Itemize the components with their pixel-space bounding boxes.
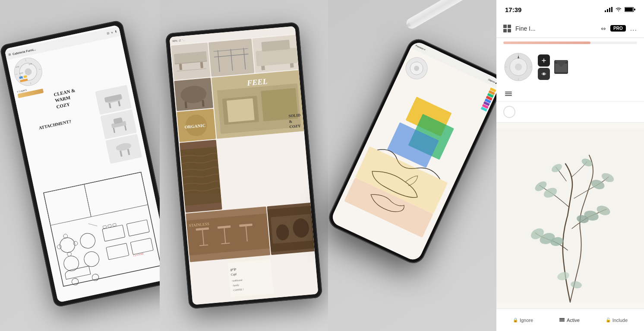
svg-rect-26 [84,172,148,216]
nav-bar: Fine I... ⇔ PRO ... [496,19,644,38]
svg-rect-15 [108,103,111,108]
svg-rect-37 [102,225,125,241]
svg-line-51 [218,50,220,72]
floor-plan: CUSTOM [38,165,167,293]
mood-cell-right-col [180,140,222,213]
bottom-bar: 🔒 Ignore Active 🔓 Include [496,309,644,331]
ipad-screen-2: 98% -ℤ ⁻... [169,26,318,305]
progress-bar-outer [503,41,637,44]
svg-rect-68 [227,98,255,122]
drawing-content: Precision ≡ Objects ◆ [330,40,502,262]
status-time: 17:39 [505,6,521,13]
circle-selector-button[interactable] [503,106,515,118]
sketch-wheel[interactable]: -0.42 0.42 100% [10,54,46,90]
svg-rect-49 [200,62,203,68]
svg-rect-103 [607,9,608,12]
svg-rect-107 [625,8,633,11]
grid-icon[interactable] [503,25,511,32]
svg-rect-25 [44,184,91,225]
mood-cell-chair-line [208,38,255,76]
chair-photo-3 [105,134,142,164]
color-palette [481,87,496,111]
sketch-text-clean: CLEAN & WARM COZY [53,87,78,110]
sketch-attachment-text: ATTACHMENT? [38,119,72,130]
thumbnail [554,60,568,74]
panel-ipad-sketch: ⊞ Cafeteria Furni... ⊟ ≡ ⬆ [0,0,160,331]
mood-cell-furniture [171,42,211,80]
cozy-text: COZY [289,123,302,130]
svg-rect-134 [559,318,565,319]
menu-line-3 [505,95,512,96]
svg-point-27 [59,236,76,254]
svg-rect-136 [559,321,565,321]
svg-rect-108 [634,9,635,10]
control-btn-1[interactable] [538,54,550,67]
menu-line-2 [505,93,512,94]
svg-rect-105 [611,7,612,12]
more-options-icon[interactable]: ... [630,25,637,32]
grid-cell-1 [503,25,507,28]
svg-text:FEEL: FEEL [246,77,268,87]
mood-cell-top [252,35,300,73]
wheel-svg: -0.42 0.42 100% [10,54,46,90]
tool-controls [538,54,550,80]
signal-icon [605,7,612,12]
sketch-title: Cafeteria Furni... [12,48,36,55]
svg-rect-19 [113,127,115,133]
svg-rect-88 [228,259,274,297]
svg-rect-20 [124,125,126,130]
pro-badge[interactable]: PRO [610,25,626,32]
include-label: Include [612,318,628,323]
svg-rect-119 [496,129,644,302]
resize-icon[interactable]: ⇔ [601,25,606,32]
lock-open-icon: 🔓 [606,318,611,322]
ipad-frame-2: 98% -ℤ ⁻... [165,22,323,309]
tool-wheel[interactable] [503,52,534,82]
main-canvas[interactable] [496,123,644,309]
nav-title: Fine I... [515,25,597,32]
layers-icon [559,316,565,324]
svg-rect-16 [117,101,120,106]
active-label: Active [567,318,580,323]
share-icon[interactable]: ⬆ [114,30,118,34]
eucalyptus-illustration [496,123,644,309]
svg-line-52 [230,49,232,71]
panel-iphone-app-ui: 17:39 [496,0,644,331]
hamburger-menu[interactable] [503,90,637,98]
svg-line-53 [243,48,245,70]
svg-rect-48 [179,64,182,70]
svg-rect-58 [261,66,265,70]
svg-rect-102 [605,10,606,12]
progress-area [496,38,644,48]
status-bar: 17:39 [496,0,644,19]
pencil-tip [403,22,411,30]
mood-cell-bottom1 [267,203,316,255]
control-icon-2 [541,71,547,77]
svg-rect-104 [609,8,610,12]
bottom-item-ignore[interactable]: 🔒 Ignore [513,318,533,323]
chair-images [95,84,144,164]
mood-cell-organic: ORGANIC [177,109,216,142]
grid-cell-4 [508,29,511,32]
bottom-item-active[interactable]: Active [559,316,580,324]
svg-rect-41 [103,226,107,229]
svg-point-111 [515,64,522,70]
mood-cell-notes: grip Café · traditional · family · COFFE… [227,256,274,301]
control-icon-1 [541,57,547,64]
side-annotations: SOLID & COZY [288,112,302,130]
sketch-content: ⊞ Cafeteria Furni... ⊟ ≡ ⬆ [4,25,172,302]
precision-label: Precision ≡ [415,44,426,51]
drawing-canvas [330,75,486,263]
photo-grid: FEEL ORGANIC [170,34,319,305]
ignore-label: Ignore [520,318,533,323]
grid-view-icon[interactable]: ⊟ [107,32,110,35]
wifi-icon [615,7,622,12]
bottom-item-include[interactable]: 🔓 Include [606,318,628,323]
sketch-toolbar: ⊞ Cafeteria Furni... ⊟ ≡ ⬆ [5,26,121,60]
list-view-icon[interactable]: ≡ [111,31,114,35]
solid-text: SOLID [288,112,301,119]
svg-rect-40 [130,238,153,255]
control-btn-2[interactable] [538,68,550,80]
svg-rect-59 [290,63,294,68]
svg-point-116 [543,73,545,75]
